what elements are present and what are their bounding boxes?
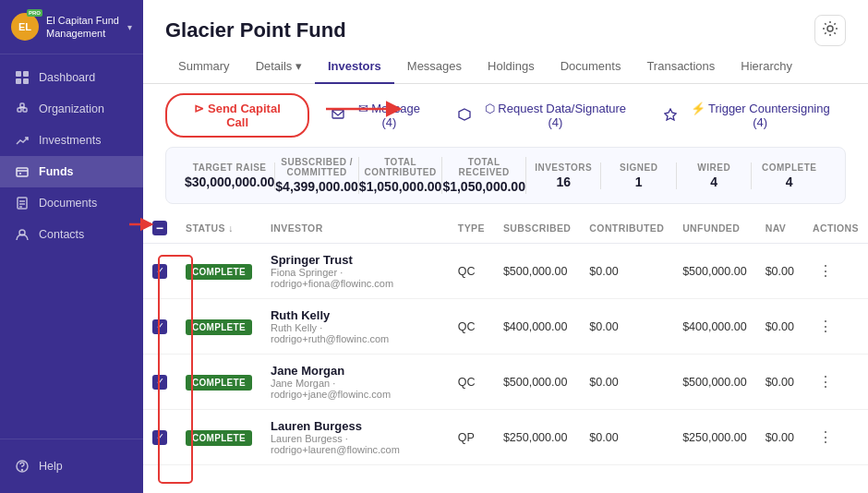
countersign-icon: [664, 108, 677, 124]
tab-summary[interactable]: Summary: [165, 50, 243, 84]
svg-marker-26: [459, 109, 470, 120]
row-status: COMPLETE: [176, 244, 261, 299]
investor-name[interactable]: Ruth Kelly: [271, 308, 440, 322]
page-title: Glacier Point Fund: [165, 18, 346, 42]
tab-investors[interactable]: Investors: [315, 50, 394, 84]
row-unfunded: $250,000.00: [673, 410, 756, 465]
sidebar-item-investments[interactable]: Investments: [0, 125, 143, 156]
investors-table-container: − Status ↓ Investor Type Subscribed Cont…: [143, 213, 868, 493]
row-actions-button[interactable]: ⋮: [813, 371, 838, 392]
row-investor: Ruth Kelly Ruth Kelly · rodrigo+ruth@flo…: [261, 299, 449, 355]
row-type: QC: [449, 244, 494, 299]
row-actions-button[interactable]: ⋮: [813, 427, 838, 448]
sidebar-item-label: Documents: [39, 197, 97, 210]
col-nav: NAV: [756, 213, 803, 244]
row-investor: Springer Trust Fiona Springer · rodrigo+…: [261, 244, 449, 299]
row-checkbox[interactable]: ✓: [152, 319, 167, 334]
chevron-down-icon[interactable]: ▾: [127, 22, 132, 32]
stat-investors: Investors 16: [526, 162, 602, 189]
action-bar: ⊳ Send Capital Call ✉ Message (4) ⬡ Requ…: [143, 84, 868, 147]
col-contributed: Contributed: [580, 213, 673, 244]
tabs-bar: Summary Details ▾ Investors Messages Hol…: [143, 50, 868, 84]
row-checkbox[interactable]: ✓: [152, 264, 167, 279]
dashboard-icon: [15, 70, 30, 85]
stat-wired: Wired 4: [677, 162, 753, 189]
row-checkbox-cell: ✓: [143, 244, 176, 299]
sidebar-item-organization[interactable]: Organization: [0, 93, 143, 125]
sidebar-header[interactable]: PRO EL El Capitan Fund Management ▾: [0, 0, 143, 54]
investor-sub: Lauren Burgess · rodrigo+lauren@flowinc.…: [271, 433, 440, 455]
gear-icon: [822, 20, 838, 41]
row-type: QC: [449, 355, 494, 410]
row-subscribed: $250,000.00: [494, 410, 580, 465]
row-checkbox-cell: ✓: [143, 410, 176, 465]
avatar: PRO EL: [11, 13, 39, 41]
investor-sub: Jane Morgan · rodrigo+jane@flowinc.com: [271, 378, 440, 400]
investor-sub: Ruth Kelly · rodrigo+ruth@flowinc.com: [271, 322, 440, 344]
row-unfunded: $500,000.00: [673, 244, 756, 299]
message-button[interactable]: ✉ Message (4): [324, 96, 436, 135]
send-capital-call-button[interactable]: ⊳ Send Capital Call: [165, 93, 309, 138]
row-nav: $0.00: [756, 355, 803, 410]
pro-badge: PRO: [27, 9, 42, 17]
sidebar-item-documents[interactable]: Documents: [0, 187, 143, 219]
col-select: −: [143, 213, 176, 244]
funds-icon: [15, 164, 30, 179]
tab-documents[interactable]: Documents: [548, 50, 634, 84]
sidebar-item-contacts[interactable]: Contacts: [0, 219, 143, 250]
investor-name[interactable]: Lauren Burgess: [271, 419, 440, 433]
svg-rect-5: [23, 108, 27, 112]
row-nav: $0.00: [756, 244, 803, 299]
page-header: Glacier Point Fund: [143, 0, 868, 46]
svg-rect-6: [20, 103, 24, 107]
svg-rect-11: [17, 168, 28, 176]
svg-rect-2: [16, 78, 21, 84]
svg-rect-4: [18, 108, 21, 112]
row-contributed: $0.00: [580, 244, 673, 299]
row-actions-button[interactable]: ⋮: [813, 316, 838, 337]
investments-icon: [15, 133, 30, 148]
row-type: QC: [449, 299, 494, 355]
sidebar-nav: Dashboard Organization Investments Funds…: [0, 54, 143, 439]
stats-bar: Target Raise $30,000,000.00 Subscribed /…: [165, 147, 846, 204]
row-subscribed: $500,000.00: [494, 355, 580, 410]
tab-holdings[interactable]: Holdings: [475, 50, 548, 84]
status-badge: COMPLETE: [186, 319, 252, 335]
stat-subscribed: Subscribed / Committed $4,399,000.00: [275, 157, 359, 194]
row-status: COMPLETE: [176, 355, 261, 410]
main-content: Glacier Point Fund Summary Details ▾ Inv…: [143, 0, 868, 493]
contacts-icon: [15, 227, 30, 242]
col-status: Status ↓: [176, 213, 261, 244]
select-all-checkbox[interactable]: −: [152, 221, 167, 235]
org-name: El Capitan Fund Management: [46, 14, 120, 41]
row-actions-button[interactable]: ⋮: [813, 260, 838, 282]
trigger-countersigning-button[interactable]: ⚡ Trigger Countersigning (4): [657, 96, 846, 135]
stat-total-contributed: Total Contributed $1,050,000.00: [359, 157, 443, 194]
col-type: Type: [449, 213, 494, 244]
sidebar-item-funds[interactable]: Funds: [0, 156, 143, 187]
stat-signed: Signed 1: [601, 162, 677, 189]
svg-marker-27: [665, 109, 676, 120]
investor-name[interactable]: Jane Morgan: [271, 364, 440, 378]
row-investor: Jane Morgan Jane Morgan · rodrigo+jane@f…: [261, 355, 449, 410]
tab-transactions[interactable]: Transactions: [633, 50, 728, 84]
tab-hierarchy[interactable]: Hierarchy: [728, 50, 805, 84]
row-checkbox[interactable]: ✓: [152, 430, 167, 445]
col-actions: Actions: [803, 213, 868, 244]
request-icon: [458, 108, 471, 124]
row-contributed: $0.00: [580, 410, 673, 465]
investor-name[interactable]: Springer Trust: [271, 253, 440, 267]
sidebar-item-help[interactable]: Help: [0, 451, 143, 482]
svg-rect-1: [23, 71, 29, 77]
row-actions: ⋮: [803, 299, 868, 355]
settings-button[interactable]: [814, 15, 846, 46]
table-row: ✓ COMPLETE Jane Morgan Jane Morgan · rod…: [143, 355, 868, 410]
sidebar-item-dashboard[interactable]: Dashboard: [0, 62, 143, 93]
table-row: ✓ COMPLETE Ruth Kelly Ruth Kelly · rodri…: [143, 299, 868, 355]
tab-details[interactable]: Details ▾: [243, 50, 315, 84]
request-data-button[interactable]: ⬡ Request Data/Signature (4): [451, 96, 642, 135]
stat-target-raise: Target Raise $30,000,000.00: [185, 162, 275, 189]
row-checkbox[interactable]: ✓: [152, 375, 167, 390]
tab-messages[interactable]: Messages: [394, 50, 475, 84]
row-status: COMPLETE: [176, 410, 261, 465]
